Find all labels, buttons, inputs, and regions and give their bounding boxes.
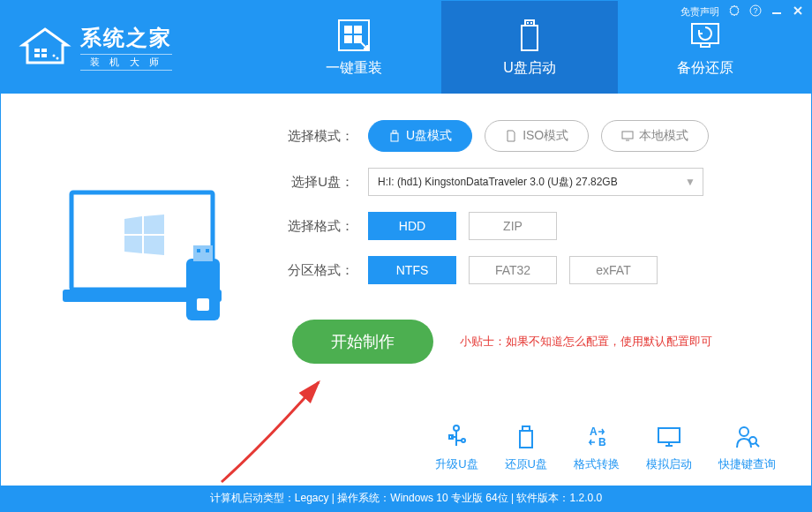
usb-small-icon: [388, 130, 401, 142]
tool-label: 格式转换: [574, 456, 620, 472]
logo-area: 系统之家 装 机 大 师: [19, 24, 266, 71]
minimize-button[interactable]: [771, 4, 783, 19]
main-content: 选择模式： U盘模式 ISO模式 本地模式 选择U盘： H:I: (hd1) K…: [1, 94, 811, 414]
svg-rect-2: [34, 54, 40, 57]
mode-iso-button[interactable]: ISO模式: [485, 120, 589, 152]
svg-point-4: [53, 55, 56, 57]
svg-rect-12: [522, 26, 538, 50]
mode-label-text: 本地模式: [639, 128, 688, 144]
disclaimer-link[interactable]: 免责声明: [680, 5, 719, 19]
tip-text: 小贴士：如果不知道怎么配置，使用默认配置即可: [460, 334, 712, 350]
udisk-label: 选择U盘：: [283, 174, 354, 191]
svg-line-46: [756, 443, 759, 447]
svg-rect-38: [520, 431, 532, 448]
form-area: 选择模式： U盘模式 ISO模式 本地模式 选择U盘： H:I: (hd1) K…: [266, 120, 776, 405]
tool-restore-usb[interactable]: 还原U盘: [505, 423, 547, 472]
svg-point-5: [56, 57, 59, 60]
svg-rect-8: [354, 26, 362, 34]
chevron-down-icon: ▼: [685, 176, 695, 188]
svg-rect-26: [197, 249, 200, 252]
svg-rect-3: [41, 54, 47, 57]
convert-icon: AB: [583, 423, 611, 451]
header: 系统之家 装 机 大 师 一键重装: [1, 1, 811, 94]
svg-rect-25: [193, 245, 213, 261]
person-search-icon: [733, 423, 762, 451]
file-icon: [505, 130, 517, 142]
tab-usb-boot[interactable]: U盘启动: [441, 1, 617, 94]
udisk-value: H:I: (hd1) KingstonDataTraveler 3.0 (U盘)…: [378, 175, 618, 190]
usb-drive-icon: [511, 17, 548, 54]
laptop-usb-illustration: [54, 175, 248, 351]
tool-hotkey-lookup[interactable]: 快捷键查询: [718, 423, 776, 472]
tab-label: 备份还原: [677, 59, 733, 78]
tab-reinstall[interactable]: 一键重装: [266, 1, 441, 94]
close-button[interactable]: [792, 4, 804, 19]
status-bar: 计算机启动类型：Legacy | 操作系统：Windows 10 专业版 64位…: [1, 486, 811, 511]
usb-restore-icon: [512, 423, 540, 451]
svg-rect-41: [658, 428, 680, 442]
settings-icon[interactable]: [728, 4, 741, 19]
svg-rect-30: [391, 133, 398, 141]
mode-label: 选择模式：: [283, 128, 354, 145]
tool-upgrade-usb[interactable]: 升级U盘: [435, 423, 477, 472]
svg-point-36: [462, 439, 465, 442]
illustration: [36, 120, 266, 405]
mode-label-text: U盘模式: [406, 128, 452, 144]
format-zip-button[interactable]: ZIP: [469, 212, 557, 240]
bottom-toolbar: 升级U盘 还原U盘 AB 格式转换 模拟启动 快捷键查询: [1, 414, 811, 486]
mode-local-button[interactable]: 本地模式: [601, 120, 709, 152]
svg-rect-13: [527, 22, 529, 24]
tab-label: U盘启动: [503, 59, 556, 78]
svg-rect-7: [344, 26, 352, 34]
tool-label: 快捷键查询: [718, 456, 776, 472]
usb-upgrade-icon: [442, 423, 470, 451]
window-controls: 免责声明 ?: [680, 4, 804, 19]
mode-label-text: ISO模式: [523, 128, 568, 144]
logo-house-icon: [19, 27, 71, 67]
tool-format-convert[interactable]: AB 格式转换: [574, 423, 620, 472]
svg-rect-0: [34, 49, 40, 52]
partition-fat32-button[interactable]: FAT32: [469, 256, 557, 284]
tool-label: 升级U盘: [435, 456, 477, 472]
svg-text:B: B: [598, 436, 606, 448]
svg-text:A: A: [590, 425, 598, 438]
svg-rect-9: [344, 35, 352, 43]
logo-title: 系统之家: [80, 24, 172, 52]
udisk-select[interactable]: H:I: (hd1) KingstonDataTraveler 3.0 (U盘)…: [368, 168, 703, 196]
tool-label: 还原U盘: [505, 456, 547, 472]
start-button[interactable]: 开始制作: [292, 320, 433, 364]
svg-text:?: ?: [753, 6, 757, 15]
svg-point-33: [454, 425, 459, 431]
help-icon[interactable]: ?: [749, 4, 762, 19]
svg-point-44: [740, 427, 748, 436]
svg-point-45: [749, 437, 756, 444]
backup-restore-icon: [687, 17, 724, 54]
format-hdd-button[interactable]: HDD: [368, 212, 456, 240]
svg-rect-27: [206, 249, 209, 252]
svg-rect-28: [197, 298, 209, 311]
svg-rect-16: [701, 43, 710, 47]
partition-label: 分区格式：: [283, 262, 354, 279]
logo-subtitle: 装 机 大 师: [80, 54, 172, 71]
svg-rect-14: [530, 22, 532, 24]
svg-rect-24: [186, 259, 220, 320]
mode-usb-button[interactable]: U盘模式: [368, 120, 472, 152]
monitor-boot-icon: [655, 423, 683, 451]
partition-exfat-button[interactable]: exFAT: [569, 256, 658, 284]
tool-simulate-boot[interactable]: 模拟启动: [646, 423, 692, 472]
windows-install-icon: [335, 17, 372, 54]
svg-rect-1: [41, 49, 47, 52]
tool-label: 模拟启动: [646, 456, 692, 472]
monitor-icon: [621, 130, 634, 142]
format-label: 选择格式：: [283, 218, 354, 235]
partition-ntfs-button[interactable]: NTFS: [368, 256, 456, 284]
svg-rect-31: [622, 132, 633, 139]
tab-label: 一键重装: [326, 59, 382, 78]
